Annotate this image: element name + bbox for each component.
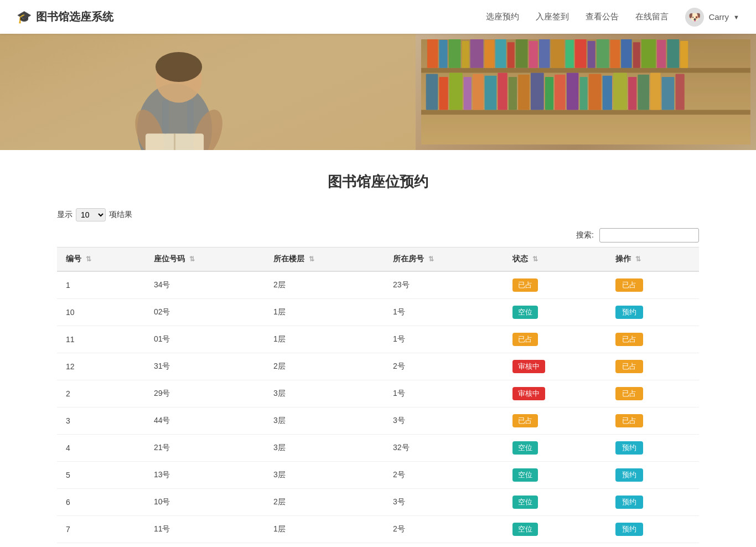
action-button[interactable]: 预约	[615, 306, 643, 319]
svg-rect-14	[0, 34, 416, 150]
cell-action: 预约	[607, 489, 699, 516]
cell-status: 空位	[504, 489, 607, 516]
cell-floor: 3层	[265, 407, 384, 435]
cell-room: 1号	[384, 299, 504, 326]
show-select[interactable]: 10 25 50 100	[76, 208, 106, 221]
action-button[interactable]: 预约	[615, 441, 643, 455]
status-badge: 审核中	[512, 387, 545, 400]
show-label: 显示	[57, 210, 73, 220]
cell-room: 1号	[384, 380, 504, 407]
action-button[interactable]: 已占	[615, 278, 643, 292]
sort-room-icon: ⇅	[428, 255, 434, 263]
show-suffix: 项结果	[109, 210, 132, 220]
main-content: 图书馆座位预约 显示 10 25 50 100 项结果 搜索: 编号 ⇅ 座位号…	[46, 150, 710, 547]
action-button[interactable]: 已占	[615, 360, 643, 373]
cell-action: 已占	[607, 380, 699, 407]
sort-action-icon: ⇅	[635, 255, 641, 263]
cell-floor: 2层	[265, 489, 384, 516]
col-room[interactable]: 所在房号 ⇅	[384, 247, 504, 272]
table-row: 6 10号 2层 3号 空位 预约	[57, 489, 699, 516]
cell-id: 3	[57, 407, 145, 435]
col-seat-code[interactable]: 座位号码 ⇅	[145, 247, 265, 272]
cell-floor: 2层	[265, 353, 384, 380]
table-row: 10 02号 1层 1号 空位 预约	[57, 299, 699, 326]
cell-status: 空位	[504, 299, 607, 326]
cell-id: 1	[57, 271, 145, 299]
brand-link[interactable]: 🎓 图书馆选座系统	[17, 9, 113, 24]
cell-status: 空位	[504, 435, 607, 462]
page-title: 图书馆座位预约	[57, 172, 699, 192]
cell-action: 预约	[607, 516, 699, 543]
cell-status: 审核中	[504, 353, 607, 380]
cell-seat-code: 34号	[145, 271, 265, 299]
table-header: 编号 ⇅ 座位号码 ⇅ 所在楼层 ⇅ 所在房号 ⇅ 状态 ⇅	[57, 247, 699, 272]
nav-announcements[interactable]: 查看公告	[586, 12, 619, 22]
cell-status: 空位	[504, 516, 607, 543]
cell-room: 3号	[384, 407, 504, 435]
cell-status: 审核中	[504, 380, 607, 407]
cell-status: 已占	[504, 271, 607, 299]
search-label: 搜索:	[576, 230, 594, 240]
status-badge: 空位	[512, 468, 538, 482]
status-badge: 空位	[512, 496, 538, 509]
cell-floor: 1层	[265, 299, 384, 326]
table-row: 4 21号 3层 32号 空位 预约	[57, 435, 699, 462]
table-row: 7 11号 1层 2号 空位 预约	[57, 516, 699, 543]
cell-floor: 3层	[265, 380, 384, 407]
cell-id: 7	[57, 516, 145, 543]
cell-status: 已占	[504, 326, 607, 353]
table-row: 3 44号 3层 3号 已占 已占	[57, 407, 699, 435]
search-controls: 搜索:	[57, 228, 699, 242]
cell-id: 2	[57, 380, 145, 407]
action-button[interactable]: 预约	[615, 496, 643, 509]
col-floor[interactable]: 所在楼层 ⇅	[265, 247, 384, 272]
cell-room: 23号	[384, 271, 504, 299]
col-status[interactable]: 状态 ⇅	[504, 247, 607, 272]
cell-room: 3号	[384, 489, 504, 516]
user-menu[interactable]: 🐶 Carry ▼	[685, 8, 739, 27]
cell-floor: 3层	[265, 435, 384, 462]
cell-seat-code: 44号	[145, 407, 265, 435]
search-input[interactable]	[599, 228, 699, 242]
cell-id: 4	[57, 435, 145, 462]
cell-action: 预约	[607, 435, 699, 462]
status-badge: 空位	[512, 523, 538, 536]
col-id[interactable]: 编号 ⇅	[57, 247, 145, 272]
cell-action: 已占	[607, 326, 699, 353]
action-button[interactable]: 已占	[615, 414, 643, 427]
action-button[interactable]: 预约	[615, 468, 643, 482]
cell-seat-code: 29号	[145, 380, 265, 407]
cell-floor: 2层	[265, 271, 384, 299]
cell-seat-code: 13号	[145, 462, 265, 489]
sort-id-icon: ⇅	[86, 255, 91, 263]
username: Carry	[708, 12, 729, 22]
hero-banner	[0, 34, 756, 150]
cell-seat-code: 02号	[145, 299, 265, 326]
cell-id: 6	[57, 489, 145, 516]
seats-table: 编号 ⇅ 座位号码 ⇅ 所在楼层 ⇅ 所在房号 ⇅ 状态 ⇅	[57, 247, 699, 543]
cell-floor: 1层	[265, 516, 384, 543]
action-button[interactable]: 预约	[615, 523, 643, 536]
action-button[interactable]: 已占	[615, 387, 643, 400]
svg-rect-65	[421, 39, 750, 145]
cell-room: 2号	[384, 516, 504, 543]
col-action[interactable]: 操作 ⇅	[607, 247, 699, 272]
nav-messages[interactable]: 在线留言	[635, 12, 669, 22]
cell-action: 预约	[607, 462, 699, 489]
table-row: 5 13号 3层 2号 空位 预约	[57, 462, 699, 489]
action-button[interactable]: 已占	[615, 333, 643, 346]
cell-status: 已占	[504, 407, 607, 435]
sort-floor-icon: ⇅	[309, 255, 314, 263]
hero-content	[0, 34, 756, 150]
bookshelf-illustration	[421, 39, 750, 145]
cell-seat-code: 31号	[145, 353, 265, 380]
cell-id: 12	[57, 353, 145, 380]
brand-icon: 🎓	[17, 10, 32, 24]
hero-right-panel	[416, 34, 756, 150]
nav-checkin[interactable]: 入座签到	[536, 12, 569, 22]
table-row: 1 34号 2层 23号 已占 已占	[57, 271, 699, 299]
nav-select-seat[interactable]: 选座预约	[486, 12, 519, 22]
cell-status: 空位	[504, 462, 607, 489]
cell-seat-code: 11号	[145, 516, 265, 543]
cell-action: 预约	[607, 299, 699, 326]
